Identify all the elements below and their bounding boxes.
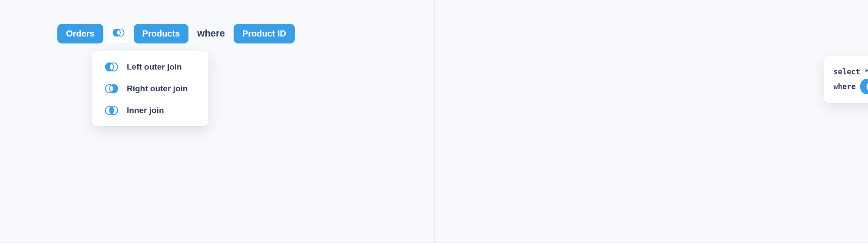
join-option-label: Inner join [127,106,164,115]
left-outer-join-icon [112,28,125,39]
join-type-menu: Left outer join Right outer join Inner j… [92,51,208,126]
join-option-inner[interactable]: Inner join [104,105,196,116]
sql-variable-pill[interactable]: {{product}} [860,79,868,95]
join-option-left-outer[interactable]: Left outer join [104,62,196,72]
join-type-button[interactable] [109,23,129,43]
query-builder-row: Orders Products where Product ID [57,23,295,43]
join-option-label: Right outer join [127,84,188,93]
where-label: where [197,28,225,39]
sql-pane: select * from ORDERS where {{product}} F… [434,0,868,243]
sql-where-keyword: where [834,80,856,93]
join-option-right-outer[interactable]: Right outer join [104,83,196,94]
where-field-chip[interactable]: Product ID [234,24,295,43]
right-outer-join-icon [104,83,119,94]
join-option-label: Left outer join [127,62,182,72]
sql-snippet-card: select * from ORDERS where {{product}} [824,56,868,103]
left-outer-join-icon [104,62,119,72]
source-table-chip[interactable]: Orders [57,24,103,43]
sql-line-1: select * from ORDERS [834,65,868,79]
joined-table-chip[interactable]: Products [134,24,189,43]
inner-join-icon [104,105,119,116]
notebook-pane: Orders Products where Product ID Left ou… [0,0,434,243]
